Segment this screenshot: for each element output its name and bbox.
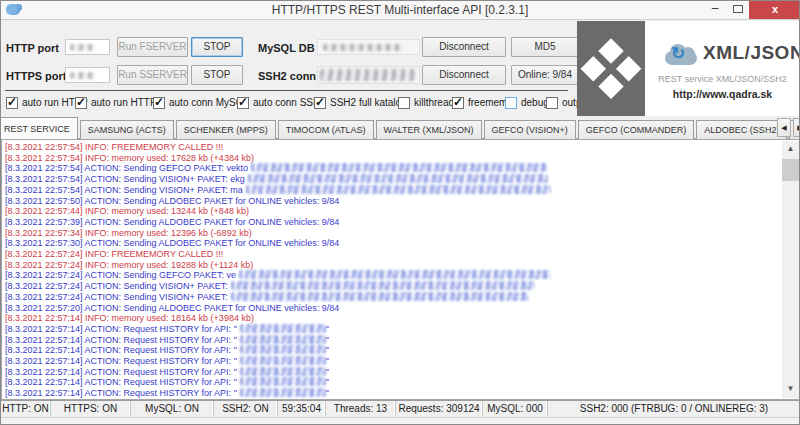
- tab-scroll-right-button[interactable]: ▶: [793, 118, 800, 137]
- log-text: [8.3.2021 22:57:14] ACTION: Request HIST…: [5, 345, 237, 355]
- checkbox-box[interactable]: [398, 97, 410, 109]
- stop-https-button[interactable]: STOP: [191, 65, 243, 85]
- minimize-button[interactable]: –: [704, 1, 726, 19]
- log-text: [8.3.2021 22:57:50] ACTION: Sending ALDO…: [5, 196, 339, 206]
- redacted-log-content: [251, 163, 547, 172]
- redacted-log-content: [248, 174, 548, 183]
- checkbox-box[interactable]: [546, 97, 558, 109]
- redacted-log-content: [239, 270, 551, 279]
- app-window: HTTP/HTTPS REST Multi-interface API [0.2…: [0, 0, 800, 425]
- log-line: [8.3.2021 22:57:14] ACTION: Request HIST…: [5, 388, 780, 399]
- log-text-suffix: ": [326, 324, 329, 334]
- branding-panel: ↻ XML/JSON REST service XML/JSON/SSH2 ht…: [645, 21, 800, 116]
- checkbox-label: SSH2 full katalog: [330, 97, 407, 108]
- log-line: [8.3.2021 22:57:54] ACTION: Sending GEFC…: [5, 163, 780, 174]
- scroll-down-icon[interactable]: ▼: [782, 381, 799, 398]
- log-text: [8.3.2021 22:57:24] ACTION: Sending VISI…: [5, 292, 228, 302]
- checkbox-box[interactable]: [505, 97, 517, 109]
- log-text-suffix: ": [326, 356, 329, 366]
- mysql-db-input[interactable]: [317, 39, 420, 55]
- log-text: [8.3.2021 22:57:14] ACTION: Request HIST…: [5, 377, 237, 387]
- sync-cloud-icon: ↻: [663, 43, 699, 65]
- log-scrollbar[interactable]: ▲ ▼: [782, 141, 799, 398]
- redacted-log-content: [231, 281, 535, 290]
- md5-button[interactable]: MD5: [511, 37, 579, 57]
- log-text: [8.3.2021 22:57:14] INFO: memory used: 1…: [5, 313, 254, 323]
- log-line: [8.3.2021 22:57:14] ACTION: Request HIST…: [5, 377, 780, 388]
- online-count-button[interactable]: Online: 9/84: [511, 65, 579, 85]
- tab-timocom-atlas[interactable]: TIMOCOM (ATLAS): [278, 120, 374, 139]
- log-text: [8.3.2021 22:57:24] ACTION: Sending GEFC…: [5, 270, 236, 280]
- tab-schenker-mpps[interactable]: SCHENKER (MPPS): [176, 120, 276, 139]
- stop-http-button[interactable]: STOP: [191, 37, 243, 57]
- disconnect-mysql-button[interactable]: Disconnect: [422, 37, 506, 57]
- redacted-log-content: [240, 367, 326, 376]
- checkbox-box[interactable]: [237, 97, 249, 109]
- log-text: [8.3.2021 22:57:54] ACTION: Sending GEFC…: [5, 163, 248, 173]
- tab-strip: REST SERVICESAMSUNG (ACTS)SCHENKER (MPPS…: [1, 116, 799, 139]
- log-text-suffix: ": [326, 335, 329, 345]
- checkbox-box[interactable]: [314, 97, 326, 109]
- log-text: [8.3.2021 22:57:24] INFO: FREEMEMORY CAL…: [5, 249, 223, 259]
- tab-gefco-commander[interactable]: GEFCO (COMMANDER): [578, 120, 695, 139]
- status-bar: HTTP: ONHTTPS: ONMySQL: ONSSH2: ON59:35:…: [1, 400, 800, 417]
- http-port-input[interactable]: [65, 39, 110, 55]
- redacted-log-content: [246, 185, 551, 194]
- log-text: [8.3.2021 22:57:39] ACTION: Sending ALDO…: [5, 217, 339, 227]
- ssh2-conn-label: SSH2 conn: [258, 70, 316, 82]
- log-text: [8.3.2021 22:57:34] INFO: memory used: 1…: [5, 228, 252, 238]
- run-sserver-button[interactable]: Run SSERVER: [117, 65, 188, 85]
- tab-rest-service[interactable]: REST SERVICE: [0, 117, 78, 140]
- scrollbar-thumb[interactable]: [782, 159, 799, 181]
- log-line: [8.3.2021 22:57:30] ACTION: Sending ALDO…: [5, 238, 780, 249]
- log-line: [8.3.2021 22:57:34] INFO: memory used: 1…: [5, 228, 780, 239]
- log-line: [8.3.2021 22:57:14] ACTION: Request HIST…: [5, 356, 780, 367]
- run-fserver-button[interactable]: Run FSERVER: [117, 37, 188, 57]
- checkbox-box[interactable]: [75, 97, 87, 109]
- log-text: [8.3.2021 22:57:14] ACTION: Request HIST…: [5, 356, 237, 366]
- checkbox-label: debug: [521, 97, 549, 108]
- status-segment-7: MySQL: 000: [483, 401, 548, 417]
- http-port-label: HTTP port: [6, 42, 59, 54]
- brand-subtitle: REST service XML/JSON/SSH2: [645, 74, 800, 84]
- status-segment-6: Requests: 309124: [396, 401, 483, 417]
- https-port-input[interactable]: [65, 67, 110, 83]
- tab-samsung-acts[interactable]: SAMSUNG (ACTS): [80, 120, 174, 139]
- log-line: [8.3.2021 22:57:24] ACTION: Sending VISI…: [5, 281, 780, 292]
- ssh2-conn-input[interactable]: [317, 66, 420, 84]
- tab-gefco-vision[interactable]: GEFCO (VISION+): [484, 120, 576, 139]
- tab-aldobec-ssh2[interactable]: ALDOBEC (SSH2): [696, 120, 787, 139]
- tab-scroll-left-button[interactable]: ◀: [777, 118, 791, 137]
- status-segment-0: HTTP: ON: [1, 401, 51, 417]
- log-text: [8.3.2021 22:57:14] ACTION: Request HIST…: [5, 335, 237, 345]
- brand-url[interactable]: http://www.qadra.sk: [645, 88, 800, 100]
- tab-walter-xml-json[interactable]: WALTER (XML/JSON): [376, 120, 482, 139]
- log-text: [8.3.2021 22:57:24] ACTION: Sending VISI…: [5, 281, 228, 291]
- redacted-mysql-db: [323, 44, 403, 51]
- log-text: [8.3.2021 22:57:30] ACTION: Sending ALDO…: [5, 238, 339, 248]
- disconnect-ssh2-button[interactable]: Disconnect: [422, 65, 506, 85]
- close-button[interactable]: x: [749, 1, 800, 19]
- maximize-button[interactable]: [727, 1, 749, 19]
- log-text: [8.3.2021 22:57:44] INFO: memory used: 1…: [5, 206, 249, 216]
- title-bar: HTTP/HTTPS REST Multi-interface API [0.2…: [1, 1, 799, 20]
- diamond-logo-icon: [581, 38, 640, 97]
- log-text: [8.3.2021 22:57:54] INFO: memory used: 1…: [5, 153, 254, 163]
- log-line: [8.3.2021 22:57:24] INFO: memory used: 1…: [5, 260, 780, 271]
- log-text: [8.3.2021 22:57:14] ACTION: Request HIST…: [5, 324, 237, 334]
- log-text-suffix: ": [326, 388, 329, 398]
- log-text: [8.3.2021 22:57:20] ACTION: Sending ALDO…: [5, 303, 339, 313]
- log-text: [8.3.2021 22:57:14] ACTION: Request HIST…: [5, 388, 237, 398]
- log-text-suffix: ": [326, 345, 329, 355]
- checkbox-box[interactable]: [6, 97, 18, 109]
- scroll-up-icon[interactable]: ▲: [782, 141, 799, 158]
- checkbox-box[interactable]: [153, 97, 165, 109]
- log-line: [8.3.2021 22:57:14] ACTION: Request HIST…: [5, 367, 780, 378]
- log-line: [8.3.2021 22:57:50] ACTION: Sending ALDO…: [5, 196, 780, 207]
- checkbox-box[interactable]: [452, 97, 464, 109]
- redacted-http-port: [70, 44, 96, 51]
- log-text: [8.3.2021 22:57:54] ACTION: Sending VISI…: [5, 174, 245, 184]
- log-line: [8.3.2021 22:57:54] ACTION: Sending VISI…: [5, 174, 780, 185]
- status-segment-8: SSH2: 000 (FTRBUG: 0 / ONLINEREG: 3): [548, 401, 800, 417]
- checkbox-label: freemem: [468, 97, 507, 108]
